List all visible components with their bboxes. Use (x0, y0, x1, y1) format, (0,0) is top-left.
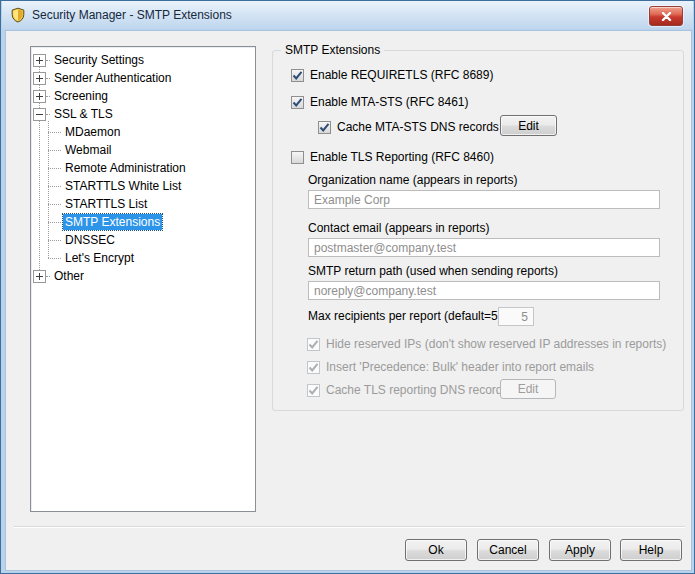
check-icon (292, 70, 303, 81)
cache-tls-dns-checkbox (307, 384, 320, 397)
shield-icon (10, 7, 26, 23)
tree-item-starttls-list[interactable]: STARTTLS List (32, 195, 253, 213)
smtp-return-path-label: SMTP return path (used when sending repo… (308, 264, 558, 278)
tree-item-remote-administration[interactable]: Remote Administration (32, 159, 253, 177)
cache-tls-dns-row: Cache TLS reporting DNS records (307, 382, 509, 398)
hide-reserved-ips-checkbox (307, 338, 320, 351)
window-title: Security Manager - SMTP Extensions (32, 8, 232, 22)
close-icon (661, 12, 672, 21)
contact-email-label: Contact email (appears in reports) (308, 221, 489, 235)
check-icon (308, 339, 319, 350)
groupbox-title: SMTP Extensions (281, 43, 384, 57)
checkbox-label: Cache TLS reporting DNS records (326, 383, 509, 397)
smtp-return-path-input (308, 281, 660, 300)
edit-mta-sts-button[interactable]: Edit (500, 115, 557, 136)
precedence-bulk-row: Insert 'Precedence: Bulk' header into re… (307, 359, 594, 375)
tree-item-ssl-tls[interactable]: SSL & TLS (32, 105, 253, 123)
check-icon (308, 362, 319, 373)
tree-item-webmail[interactable]: Webmail (32, 141, 253, 159)
expand-icon[interactable] (33, 72, 46, 85)
collapse-icon[interactable] (33, 108, 46, 121)
max-recipients-input (498, 307, 534, 326)
tree-item-smtp-extensions[interactable]: SMTP Extensions (32, 213, 253, 231)
smtp-extensions-groupbox: SMTP Extensions Enable REQUIRETLS (RFC 8… (272, 50, 684, 411)
checkbox-label: Hide reserved IPs (don't show reserved I… (326, 337, 666, 351)
footer-separator (14, 526, 685, 528)
enable-tls-reporting-row: Enable TLS Reporting (RFC 8460) (291, 149, 494, 165)
tree-item-security-settings[interactable]: Security Settings (32, 51, 253, 69)
edit-tls-dns-button: Edit (500, 379, 556, 399)
organization-name-label: Organization name (appears in reports) (308, 173, 517, 187)
ok-button[interactable]: Ok (405, 539, 467, 561)
cancel-button[interactable]: Cancel (477, 539, 539, 561)
dialog-body: Security Settings Sender Authentication … (5, 30, 692, 571)
tree-item-lets-encrypt[interactable]: Let's Encrypt (32, 249, 253, 267)
enable-requiretls-row: Enable REQUIRETLS (RFC 8689) (291, 67, 493, 83)
titlebar[interactable]: Security Manager - SMTP Extensions (2, 1, 693, 29)
enable-mta-sts-row: Enable MTA-STS (RFC 8461) (291, 94, 469, 110)
security-manager-window: Security Manager - SMTP Extensions Secur… (0, 0, 695, 574)
checkbox-label: Enable TLS Reporting (RFC 8460) (310, 150, 494, 164)
cache-mta-sts-row: Cache MTA-STS DNS records (318, 119, 499, 135)
settings-tree: Security Settings Sender Authentication … (30, 46, 256, 512)
checkbox-label: Enable REQUIRETLS (RFC 8689) (310, 68, 493, 82)
tree-item-other[interactable]: Other (32, 267, 253, 285)
expand-icon[interactable] (33, 270, 46, 283)
tree-item-starttls-white-list[interactable]: STARTTLS White List (32, 177, 253, 195)
precedence-bulk-checkbox (307, 361, 320, 374)
help-button[interactable]: Help (620, 539, 682, 561)
checkbox-label: Cache MTA-STS DNS records (337, 120, 499, 134)
checkbox-label: Insert 'Precedence: Bulk' header into re… (326, 360, 594, 374)
cache-mta-sts-checkbox[interactable] (318, 121, 331, 134)
enable-mta-sts-checkbox[interactable] (291, 96, 304, 109)
max-recipients-label: Max recipients per report (default=5) (308, 309, 502, 323)
tree-item-mdaemon[interactable]: MDaemon (32, 123, 253, 141)
hide-reserved-ips-row: Hide reserved IPs (don't show reserved I… (307, 336, 666, 352)
apply-button[interactable]: Apply (549, 539, 611, 561)
enable-tls-reporting-checkbox[interactable] (291, 151, 304, 164)
check-icon (319, 122, 330, 133)
contact-email-input (308, 238, 660, 257)
checkbox-label: Enable MTA-STS (RFC 8461) (310, 95, 469, 109)
check-icon (308, 385, 319, 396)
enable-requiretls-checkbox[interactable] (291, 69, 304, 82)
tree-item-dnssec[interactable]: DNSSEC (32, 231, 253, 249)
expand-icon[interactable] (33, 54, 46, 67)
tree-item-screening[interactable]: Screening (32, 87, 253, 105)
check-icon (292, 97, 303, 108)
close-button[interactable] (649, 6, 683, 26)
expand-icon[interactable] (33, 90, 46, 103)
tree-item-sender-authentication[interactable]: Sender Authentication (32, 69, 253, 87)
organization-name-input (308, 190, 660, 209)
